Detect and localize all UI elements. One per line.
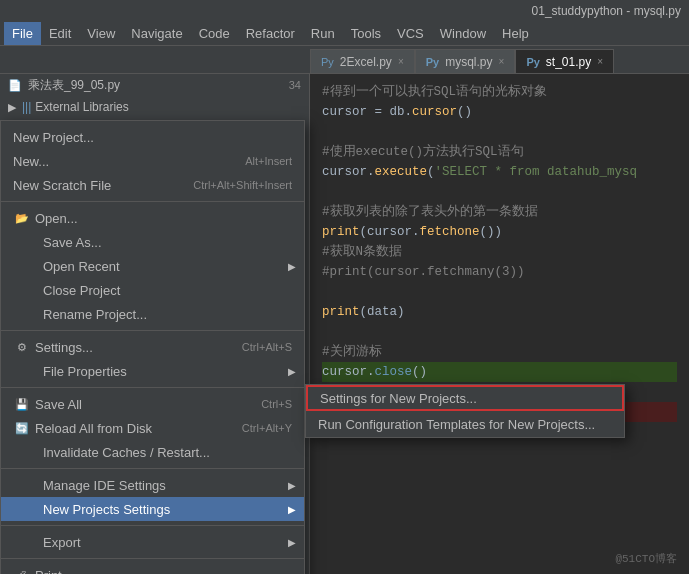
reload-icon: 🔄 [13, 422, 31, 435]
title-bar: 01_studdypython - mysql.py [0, 0, 689, 22]
code-text: cursor.close() [322, 362, 427, 382]
menu-print[interactable]: 🖨 Print... [1, 563, 304, 574]
print-icon: 🖨 [13, 569, 31, 574]
code-text: cursor.execute('SELECT * from datahub_my… [322, 162, 637, 182]
tab-excel[interactable]: Py 2Excel.py × [310, 49, 415, 73]
menu-tools[interactable]: Tools [343, 22, 389, 45]
menu-save-all-shortcut: Ctrl+S [261, 398, 292, 410]
tab-mysql-close[interactable]: × [499, 56, 505, 67]
menu-rename-project[interactable]: Rename Project... [1, 302, 304, 326]
menu-save-all-label: Save All [35, 397, 261, 412]
menu-settings-label: Settings... [35, 340, 242, 355]
menu-open-label: Open... [35, 211, 292, 226]
code-text: #使用execute()方法执行SQL语句 [322, 142, 524, 162]
tab-mysql-icon: Py [426, 56, 439, 68]
code-line-blank4 [322, 322, 677, 342]
menu-manage-ide[interactable]: Manage IDE Settings [1, 473, 304, 497]
code-line-fetchone: print(cursor.fetchone()) [322, 222, 677, 242]
menu-view[interactable]: View [79, 22, 123, 45]
menu-file-properties-label: File Properties [13, 364, 292, 379]
code-line-comment5: #关闭游标 [322, 342, 677, 362]
menu-code[interactable]: Code [191, 22, 238, 45]
code-line-fetchmany: #print(cursor.fetchmany(3)) [322, 262, 677, 282]
code-line-comment3: #获取列表的除了表头外的第一条数据 [322, 202, 677, 222]
menu-group-print: 🖨 Print... Add to Favorites Power Save M… [1, 559, 304, 574]
menu-group-ide: Manage IDE Settings New Projects Setting… [1, 469, 304, 526]
code-line-cursor: cursor = db.cursor() [322, 102, 677, 122]
code-area: #得到一个可以执行SQL语句的光标对象 cursor = db.cursor()… [310, 74, 689, 574]
menu-open-recent[interactable]: Open Recent [1, 254, 304, 278]
code-line-comment4: #获取N条数据 [322, 242, 677, 262]
code-text: cursor = db.cursor() [322, 102, 472, 122]
menu-group-save: 💾 Save All Ctrl+S 🔄 Reload All from Disk… [1, 388, 304, 469]
menu-run[interactable]: Run [303, 22, 343, 45]
menu-close-project-label: Close Project [13, 283, 292, 298]
menu-invalidate-label: Invalidate Caches / Restart... [13, 445, 292, 460]
code-line-execute: cursor.execute('SELECT * from datahub_my… [322, 162, 677, 182]
code-line-printdata: print(data) [322, 302, 677, 322]
menu-file-properties[interactable]: File Properties [1, 359, 304, 383]
menu-edit[interactable]: Edit [41, 22, 79, 45]
menu-new-shortcut: Alt+Insert [245, 155, 292, 167]
sidebar-item-libraries[interactable]: ▶ ||| External Libraries [0, 96, 309, 118]
menu-save-as[interactable]: Save As... [1, 230, 304, 254]
menu-help[interactable]: Help [494, 22, 537, 45]
submenu-run-config[interactable]: Run Configuration Templates for New Proj… [306, 411, 624, 437]
sidebar-line-num: 34 [289, 79, 301, 91]
submenu-settings-label: Settings for New Projects... [320, 391, 477, 406]
code-line-blank1 [322, 122, 677, 142]
menu-new-scratch-shortcut: Ctrl+Alt+Shift+Insert [193, 179, 292, 191]
code-line-blank3 [322, 282, 677, 302]
menu-new-projects-settings[interactable]: New Projects Settings [1, 497, 304, 521]
menu-navigate[interactable]: Navigate [123, 22, 190, 45]
tab-st01-close[interactable]: × [597, 56, 603, 67]
libraries-bar-icon: ||| [22, 100, 31, 114]
menu-new-project[interactable]: New Project... [1, 125, 304, 149]
menu-group-export: Export [1, 526, 304, 559]
code-line-cursor-close: cursor.close() [322, 362, 677, 382]
menu-settings[interactable]: ⚙ Settings... Ctrl+Alt+S [1, 335, 304, 359]
menu-new[interactable]: New... Alt+Insert [1, 149, 304, 173]
code-text: #获取列表的除了表头外的第一条数据 [322, 202, 538, 222]
menu-reload-label: Reload All from Disk [35, 421, 242, 436]
menu-reload[interactable]: 🔄 Reload All from Disk Ctrl+Alt+Y [1, 416, 304, 440]
sidebar-item-file[interactable]: 📄 乘法表_99_05.py 34 [0, 74, 309, 96]
tab-mysql-label: mysql.py [445, 55, 492, 69]
tab-mysql[interactable]: Py mysql.py × [415, 49, 516, 73]
libraries-icon: ▶ [8, 101, 16, 114]
code-line-blank2 [322, 182, 677, 202]
menu-save-as-label: Save As... [13, 235, 292, 250]
code-text: #print(cursor.fetchmany(3)) [322, 262, 525, 282]
file-icon: 📄 [8, 79, 22, 92]
tab-st01[interactable]: Py st_01.py × [515, 49, 614, 73]
menu-refactor[interactable]: Refactor [238, 22, 303, 45]
tab-excel-close[interactable]: × [398, 56, 404, 67]
sidebar-file-label: 乘法表_99_05.py [28, 77, 120, 94]
watermark: @51CTO博客 [615, 551, 677, 566]
menu-invalidate[interactable]: Invalidate Caches / Restart... [1, 440, 304, 464]
menu-new-label: New... [13, 154, 245, 169]
menu-open[interactable]: 📂 Open... [1, 206, 304, 230]
submenu-settings-new-projects[interactable]: Settings for New Projects... [306, 385, 624, 411]
menu-group-open: 📂 Open... Save As... Open Recent Close P… [1, 202, 304, 331]
menu-new-scratch[interactable]: New Scratch File Ctrl+Alt+Shift+Insert [1, 173, 304, 197]
settings-icon: ⚙ [13, 341, 31, 354]
menu-close-project[interactable]: Close Project [1, 278, 304, 302]
menu-export-label: Export [13, 535, 292, 550]
menu-rename-project-label: Rename Project... [13, 307, 292, 322]
menu-new-project-label: New Project... [13, 130, 292, 145]
sidebar-libraries-label: External Libraries [35, 100, 128, 114]
code-text: #关闭游标 [322, 342, 382, 362]
tab-excel-icon: Py [321, 56, 334, 68]
menu-window[interactable]: Window [432, 22, 494, 45]
menu-new-projects-settings-label: New Projects Settings [13, 502, 292, 517]
menu-vcs[interactable]: VCS [389, 22, 432, 45]
menu-group-new: New Project... New... Alt+Insert New Scr… [1, 121, 304, 202]
menu-reload-shortcut: Ctrl+Alt+Y [242, 422, 292, 434]
menu-save-all[interactable]: 💾 Save All Ctrl+S [1, 392, 304, 416]
menu-export[interactable]: Export [1, 530, 304, 554]
menu-file[interactable]: File [4, 22, 41, 45]
menu-print-label: Print... [35, 568, 292, 575]
code-text: #得到一个可以执行SQL语句的光标对象 [322, 82, 547, 102]
code-line-comment1: #得到一个可以执行SQL语句的光标对象 [322, 82, 677, 102]
